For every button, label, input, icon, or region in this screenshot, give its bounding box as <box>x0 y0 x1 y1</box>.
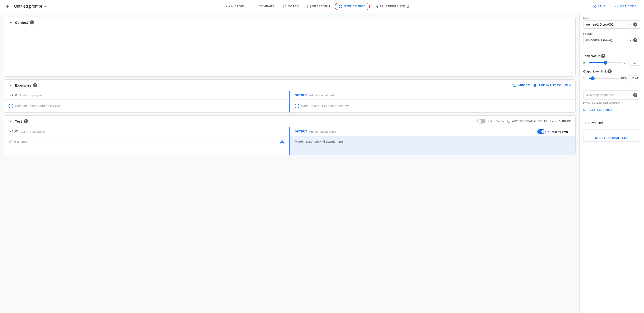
back-button[interactable] <box>4 2 12 11</box>
test-input-cell[interactable]: Write an input <box>4 136 289 155</box>
model-help-icon[interactable]: ? <box>633 22 637 26</box>
region-dropdown-icon <box>628 38 632 42</box>
reset-parameters-label: RESET PARAMETERS <box>595 136 628 140</box>
markdown-toggle[interactable] <box>537 129 546 134</box>
temperature-help-icon[interactable]: ? <box>601 54 605 58</box>
add-output-cell[interactable]: + Write an output to add a new row <box>290 99 576 112</box>
resize-handle: ⤡ <box>570 71 574 75</box>
temperature-slider-track[interactable] <box>589 62 622 63</box>
advanced-label: Advanced <box>588 121 603 125</box>
stop-sequence-hint: Press Enter after each sequence <box>583 102 640 104</box>
advanced-chevron-icon <box>583 121 587 125</box>
output-token-slider-thumb[interactable] <box>591 76 594 80</box>
history-icon <box>226 4 230 8</box>
output-token-section: Output token limit ? 1 8192 1124 <box>583 69 640 81</box>
add-input-column-button[interactable]: ADD INPUT COLUMN <box>534 83 571 87</box>
examples-help-icon[interactable]: ? <box>33 83 37 87</box>
import-label: IMPORT <box>518 84 530 87</box>
stop-sequence-field: Add stop sequence ? Press Enter after ea… <box>583 90 640 104</box>
structured-icon <box>339 4 342 8</box>
examples-section: Examples ? IMPORT ADD INPUT COLUMN <box>4 79 576 113</box>
title-text: Untitled prompt <box>14 4 42 9</box>
add-column-icon <box>534 83 537 87</box>
stop-sequence-input[interactable]: Add stop sequence ? <box>583 90 640 100</box>
edit-icon[interactable]: ✏ <box>44 4 47 8</box>
examples-actions: IMPORT ADD INPUT COLUMN <box>512 83 571 87</box>
header: Untitled prompt ✏ HISTORY COMPARE NOTES <box>0 0 644 13</box>
output-prefix-placeholder[interactable]: Add an output prefix <box>309 93 336 97</box>
region-field: Region* us-central1 (Iowa) ? <box>583 32 640 44</box>
nav-freeform-label: FREEFORM <box>312 4 330 8</box>
stop-sequence-placeholder: Add stop sequence <box>586 93 614 97</box>
test-output-col-header: OUTPUT Add an output prefix Markdown <box>290 127 576 136</box>
batch-testing-label: Batch Testing <box>488 120 506 123</box>
output-col-header: OUTPUT Add an output prefix <box>290 91 576 99</box>
svg-rect-7 <box>341 7 342 8</box>
context-textarea[interactable] <box>6 30 574 74</box>
test-output-cell: Model responses will appear here <box>290 136 576 155</box>
save-icon <box>592 4 596 8</box>
external-link-icon <box>406 5 409 8</box>
nav-history-label: HISTORY <box>231 4 245 8</box>
examples-chevron[interactable] <box>8 83 13 87</box>
temperature-value-box[interactable]: 1 <box>629 60 640 65</box>
nav-compare-label: COMPARE <box>259 4 274 8</box>
save-label: SAVE <box>598 4 606 8</box>
batch-testing-group: Batch Testing <box>477 119 506 123</box>
region-value: us-central1 (Iowa) <box>586 38 612 42</box>
examples-add-row: + Write an input to add a new row + Writ… <box>4 99 576 112</box>
nav-structured-label: STRUCTURED <box>344 4 366 8</box>
save-button[interactable]: SAVE <box>589 3 610 10</box>
mic-icon[interactable] <box>280 140 284 145</box>
safety-settings-button[interactable]: SAFETY SETTINGS <box>583 108 640 111</box>
context-header: Context ? <box>4 17 576 28</box>
add-input-row-label: Write an input to add a new row <box>15 104 60 108</box>
nav-item-compare[interactable]: COMPARE <box>250 3 278 10</box>
nav-item-structured[interactable]: STRUCTURED <box>335 3 370 10</box>
output-token-value-box[interactable]: 1124 <box>629 75 640 81</box>
temperature-slider-thumb[interactable] <box>604 61 607 65</box>
batch-testing-toggle[interactable] <box>477 119 486 123</box>
import-icon <box>512 83 516 87</box>
test-output-prefix-placeholder[interactable]: Add an output prefix <box>309 130 336 133</box>
output-token-label: Output token limit <box>583 70 606 73</box>
get-code-button[interactable]: GET CODE <box>611 3 640 10</box>
output-token-help-icon[interactable]: ? <box>608 69 612 73</box>
model-select[interactable]: gemini-1.5-pro-001 ? <box>583 20 640 29</box>
nav-item-notes[interactable]: NOTES <box>279 3 302 10</box>
add-to-examples-button[interactable]: ADD TO EXAMPLES <box>507 120 542 123</box>
model-response-placeholder: Model responses will appear here <box>295 140 343 143</box>
get-code-icon <box>615 4 618 8</box>
test-help-icon[interactable]: ? <box>24 119 28 123</box>
test-data-row: Write an input Model responses will appe… <box>4 136 576 155</box>
examples-title: Examples <box>15 83 31 87</box>
advanced-row[interactable]: Advanced <box>583 121 640 125</box>
test-chevron[interactable] <box>8 119 13 123</box>
nav-item-api-reference[interactable]: API REFERENCE <box>371 3 413 10</box>
examples-table-header: INPUT Add an input prefix OUTPUT Add an … <box>4 91 576 99</box>
test-title: Test <box>15 119 22 123</box>
import-button[interactable]: IMPORT <box>512 83 530 87</box>
test-section: Test ? Batch Testing ADD TO EXAMPLES 10 … <box>4 115 576 155</box>
submit-button[interactable]: SUBMIT <box>558 120 571 123</box>
stop-sequence-help-icon[interactable]: ? <box>633 93 637 97</box>
test-input-prefix-placeholder[interactable]: Add an input prefix <box>20 130 44 133</box>
output-token-slider-track[interactable] <box>589 78 619 79</box>
context-chevron[interactable] <box>8 20 13 25</box>
submit-label: SUBMIT <box>558 120 571 123</box>
region-help-icon[interactable]: ? <box>633 38 637 42</box>
svg-rect-12 <box>534 84 535 87</box>
add-input-cell[interactable]: + Write an input to add a new row <box>4 99 289 112</box>
context-help-icon[interactable]: ? <box>30 20 34 24</box>
add-to-examples-label: ADD TO EXAMPLES <box>512 120 542 123</box>
nav-item-freeform[interactable]: FREEFORM <box>304 3 334 10</box>
temperature-max: 2 <box>624 61 627 64</box>
input-prefix-placeholder[interactable]: Add an input prefix <box>20 93 44 97</box>
page-title: Untitled prompt ✏ <box>14 4 47 9</box>
reset-parameters-button[interactable]: RESET PARAMETERS <box>583 134 640 142</box>
region-select[interactable]: us-central1 (Iowa) ? <box>583 36 640 44</box>
model-field: Model gemini-1.5-pro-001 ? <box>583 17 640 29</box>
add-input-column-label: ADD INPUT COLUMN <box>539 84 571 87</box>
nav-item-history[interactable]: HISTORY <box>222 3 249 10</box>
output-label: OUTPUT <box>295 94 307 97</box>
